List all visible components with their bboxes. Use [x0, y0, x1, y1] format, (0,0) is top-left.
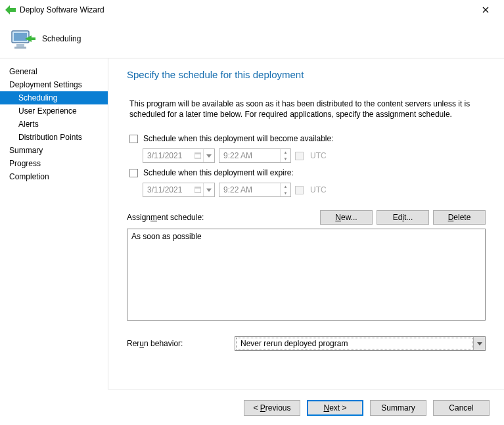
next-button[interactable]: Next > — [307, 400, 363, 416]
available-date-picker[interactable]: 3/11/2021 — [143, 148, 215, 163]
svg-rect-2 — [14, 33, 27, 41]
body: GeneralDeployment SettingsSchedulingUser… — [0, 58, 504, 390]
sidebar-item-general[interactable]: General — [0, 65, 108, 78]
expire-checkbox[interactable] — [129, 169, 138, 177]
sidebar-item-scheduling[interactable]: Scheduling — [0, 91, 108, 104]
svg-rect-4 — [14, 47, 26, 49]
page-description: This program will be available as soon a… — [129, 99, 486, 120]
page-title: Specify the schedule for this deployment — [127, 69, 486, 80]
sidebar-item-progress[interactable]: Progress — [0, 157, 108, 170]
expire-time-picker[interactable]: 9:22 AM ▲▼ — [219, 183, 291, 197]
assignment-listbox[interactable]: As soon as possible — [127, 229, 486, 321]
available-datetime-row: 3/11/2021 9:22 AM ▲▼ UTC — [143, 148, 486, 163]
chevron-down-icon — [204, 149, 214, 162]
page-heading: Scheduling — [42, 34, 81, 43]
calendar-icon — [192, 149, 204, 162]
svg-marker-12 — [477, 342, 482, 346]
wizard-window: Deploy Software Wizard Scheduling Genera… — [0, 0, 504, 425]
expire-datetime-row: 3/11/2021 9:22 AM ▲▼ UTC — [143, 183, 486, 197]
spinner-icon: ▲▼ — [280, 183, 290, 196]
sidebar-item-alerts[interactable]: Alerts — [0, 118, 108, 131]
available-utc-checkbox — [295, 152, 304, 160]
rerun-label: Rerun behavior: — [127, 339, 225, 348]
content-pane: Specify the schedule for this deployment… — [108, 58, 504, 390]
svg-marker-11 — [206, 189, 212, 192]
expire-date-picker[interactable]: 3/11/2021 — [143, 183, 215, 197]
previous-button[interactable]: < Previous — [244, 400, 300, 416]
svg-rect-3 — [16, 44, 24, 47]
cancel-button[interactable]: Cancel — [433, 400, 490, 416]
schedule-available-row: Schedule when this deployment will becom… — [129, 134, 486, 143]
available-checkbox[interactable] — [129, 135, 138, 143]
close-button[interactable] — [472, 1, 499, 19]
spinner-icon: ▲▼ — [280, 149, 290, 162]
calendar-icon — [192, 183, 204, 196]
sidebar-item-user-experience[interactable]: User Experience — [0, 104, 108, 118]
available-utc-label: UTC — [310, 151, 327, 160]
svg-marker-8 — [206, 154, 212, 158]
expire-label: Schedule when this deployment will expir… — [143, 168, 294, 177]
wizard-arrow-icon — [5, 5, 16, 15]
expire-utc-label: UTC — [310, 185, 327, 194]
list-item[interactable]: As soon as possible — [131, 232, 481, 241]
sidebar-item-completion[interactable]: Completion — [0, 170, 108, 183]
chevron-down-icon — [473, 337, 485, 350]
schedule-expire-row: Schedule when this deployment will expir… — [129, 168, 486, 177]
nav-sidebar: GeneralDeployment SettingsSchedulingUser… — [0, 58, 108, 390]
available-label: Schedule when this deployment will becom… — [143, 134, 334, 143]
titlebar: Deploy Software Wizard — [0, 0, 504, 20]
assignment-row: Assignment schedule: New... Edit... Dele… — [127, 210, 486, 225]
chevron-down-icon — [204, 183, 214, 196]
assignment-label: Assignment schedule: — [127, 213, 320, 222]
available-time-picker[interactable]: 9:22 AM ▲▼ — [219, 148, 291, 163]
svg-marker-0 — [5, 5, 16, 14]
summary-button[interactable]: Summary — [370, 400, 426, 416]
new-button[interactable]: New... — [320, 210, 373, 225]
svg-rect-7 — [195, 153, 201, 154]
sidebar-item-summary[interactable]: Summary — [0, 144, 108, 157]
header: Scheduling — [0, 20, 504, 58]
window-title: Deploy Software Wizard — [20, 5, 472, 14]
sidebar-item-distribution-points[interactable]: Distribution Points — [0, 131, 108, 144]
rerun-select[interactable]: Never rerun deployed program — [235, 336, 486, 351]
computer-deploy-icon — [9, 26, 35, 52]
edit-button[interactable]: Edit... — [377, 210, 429, 225]
footer: < Previous Next > Summary Cancel — [108, 390, 504, 425]
svg-rect-10 — [195, 187, 201, 189]
rerun-row: Rerun behavior: Never rerun deployed pro… — [127, 336, 486, 351]
delete-button[interactable]: Delete — [433, 210, 486, 225]
expire-utc-checkbox — [295, 186, 304, 194]
sidebar-item-deployment-settings[interactable]: Deployment Settings — [0, 78, 108, 91]
